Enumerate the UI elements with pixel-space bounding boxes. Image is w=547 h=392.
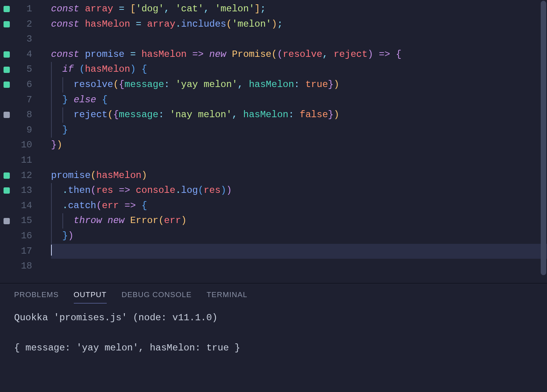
line-number: 3 <box>13 32 32 47</box>
code-line[interactable] <box>51 32 547 47</box>
code-line[interactable]: throw new Error(err) <box>51 213 547 229</box>
code-line[interactable]: const promise = hasMelon => new Promise(… <box>51 47 547 62</box>
line-number: 1 <box>13 2 32 17</box>
code-line[interactable]: promise(hasMelon) <box>51 168 547 183</box>
code-line[interactable] <box>51 259 547 274</box>
code-editor[interactable]: 123456789101112131415161718 const array … <box>0 0 547 283</box>
coverage-marker <box>0 168 13 183</box>
panel-tabs: PROBLEMS OUTPUT DEBUG CONSOLE TERMINAL <box>0 287 547 307</box>
tab-terminal[interactable]: TERMINAL <box>206 289 247 303</box>
tab-debug-console[interactable]: DEBUG CONSOLE <box>122 289 192 303</box>
code-area[interactable]: const array = ['dog', 'cat', 'melon'];co… <box>35 2 547 283</box>
coverage-marker <box>0 138 13 153</box>
coverage-gutter <box>0 2 13 283</box>
line-number: 15 <box>13 213 32 229</box>
coverage-marker <box>0 123 13 138</box>
coverage-marker <box>0 62 13 77</box>
line-number: 4 <box>13 47 32 62</box>
code-line[interactable]: const hasMelon = array.includes('melon')… <box>51 17 547 32</box>
vertical-scrollbar[interactable] <box>541 1 546 275</box>
code-line[interactable]: }) <box>51 138 547 153</box>
code-line[interactable] <box>51 153 547 168</box>
coverage-marker <box>0 77 13 93</box>
code-line[interactable]: } else { <box>51 93 547 108</box>
code-line[interactable]: if (hasMelon) { <box>51 62 547 77</box>
coverage-marker <box>0 17 13 32</box>
coverage-marker <box>0 213 13 229</box>
coverage-marker <box>0 32 13 47</box>
coverage-marker <box>0 244 13 259</box>
coverage-marker <box>0 198 13 214</box>
line-number: 12 <box>13 168 32 183</box>
code-line[interactable]: resolve({message: 'yay melon', hasMelon:… <box>51 77 547 93</box>
coverage-marker <box>0 93 13 108</box>
line-number: 11 <box>13 153 32 168</box>
coverage-marker <box>0 183 13 198</box>
text-cursor <box>51 245 52 256</box>
coverage-marker <box>0 107 13 123</box>
code-line[interactable]: .then(res => console.log(res)) <box>51 183 547 198</box>
line-number: 7 <box>13 93 32 108</box>
tab-problems[interactable]: PROBLEMS <box>14 289 59 303</box>
line-number-gutter: 123456789101112131415161718 <box>13 2 35 283</box>
bottom-panel: PROBLEMS OUTPUT DEBUG CONSOLE TERMINAL Q… <box>0 283 547 392</box>
line-number: 14 <box>13 198 32 214</box>
code-line[interactable]: } <box>51 123 547 138</box>
line-number: 10 <box>13 138 32 153</box>
line-number: 6 <box>13 77 32 93</box>
line-number: 13 <box>13 183 32 198</box>
code-line[interactable]: .catch(err => { <box>51 198 547 214</box>
coverage-marker <box>0 153 13 168</box>
tab-output[interactable]: OUTPUT <box>74 289 107 303</box>
code-line[interactable]: reject({message: 'nay melon', hasMelon: … <box>51 107 547 123</box>
code-line[interactable]: const array = ['dog', 'cat', 'melon']; <box>51 2 547 17</box>
line-number: 17 <box>13 244 32 259</box>
line-number: 18 <box>13 259 32 274</box>
line-number: 16 <box>13 229 32 244</box>
line-number: 2 <box>13 17 32 32</box>
code-line[interactable]: }) <box>51 229 547 244</box>
line-number: 8 <box>13 107 32 123</box>
line-number: 9 <box>13 123 32 138</box>
line-number: 5 <box>13 62 32 77</box>
coverage-marker <box>0 2 13 17</box>
coverage-marker <box>0 47 13 62</box>
coverage-marker <box>0 229 13 244</box>
coverage-marker <box>0 259 13 274</box>
output-body[interactable]: Quokka 'promises.js' (node: v11.1.0) { m… <box>0 307 547 359</box>
code-line[interactable] <box>51 244 547 259</box>
